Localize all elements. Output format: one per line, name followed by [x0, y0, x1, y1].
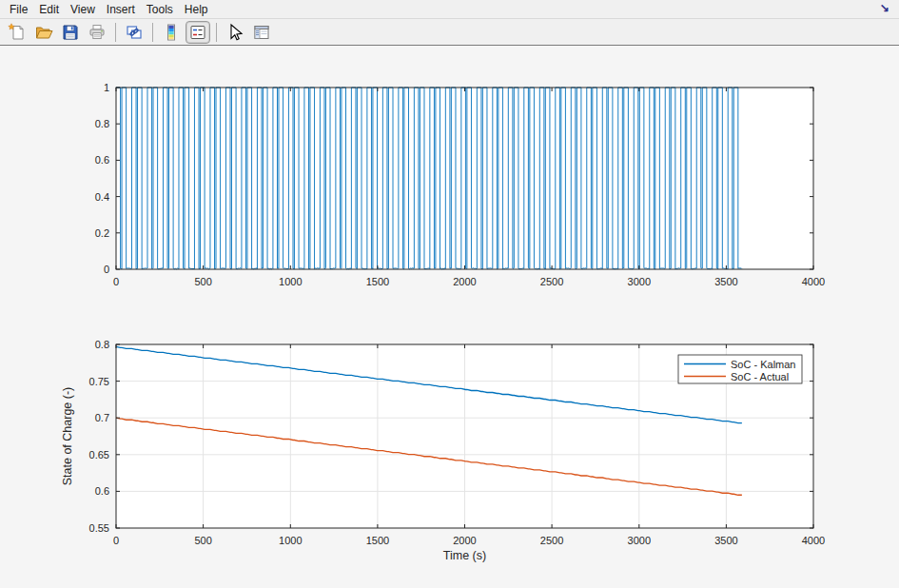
link-plot-button[interactable] [122, 21, 147, 44]
x-tick-label: 4000 [802, 535, 825, 546]
menu-view[interactable]: View [67, 1, 99, 18]
y-tick-label: 0.4 [95, 191, 109, 203]
y-tick-label: 0.6 [95, 485, 109, 497]
toolbar-separator [115, 23, 116, 42]
y-tick-label: 0.55 [89, 522, 109, 534]
x-tick-label: 3000 [628, 276, 651, 287]
x-tick-label: 2000 [453, 535, 476, 546]
figure-toolbar [0, 19, 899, 46]
x-tick-label: 2500 [540, 276, 563, 287]
legend-entry: SoC - Kalman [731, 359, 795, 370]
y-tick-label: 0.65 [89, 449, 109, 461]
pulse-profile-axes: 0500100015002000250030003500400000.20.40… [0, 57, 899, 304]
y-tick-label: 0.2 [95, 227, 109, 239]
x-tick-label: 500 [194, 276, 211, 287]
print-icon [88, 23, 107, 42]
colorbar-icon [162, 23, 181, 42]
dock-figure-arrow-icon[interactable]: ↘ [880, 1, 889, 14]
y-tick-label: 0 [104, 264, 109, 275]
y-tick-label: 0.7 [95, 412, 109, 423]
y-tick-label: 0.75 [89, 376, 109, 387]
property-inspector-button[interactable] [249, 21, 274, 44]
x-tick-label: 500 [194, 535, 211, 546]
y-tick-label: 0.6 [95, 154, 109, 166]
legend-entry: SoC - Actual [731, 371, 789, 382]
x-tick-label: 3500 [714, 276, 737, 287]
menu-edit[interactable]: Edit [35, 1, 63, 18]
figure-canvas: 0500100015002000250030003500400000.20.40… [0, 46, 899, 588]
x-tick-label: 4000 [802, 276, 825, 287]
x-tick-label: 2500 [540, 535, 563, 546]
y-tick-label: 0.8 [95, 118, 109, 129]
x-axis-label: Time (s) [443, 549, 486, 562]
legend-box[interactable]: SoC - KalmanSoC - Actual [678, 355, 802, 383]
x-tick-label: 1000 [279, 535, 302, 546]
x-tick-label: 3000 [628, 535, 651, 546]
print-figure-button[interactable] [85, 21, 109, 44]
x-tick-label: 0 [113, 535, 119, 546]
matlab-figure-window: File Edit View Insert Tools Help ↘ [0, 0, 899, 588]
new-figure-icon [8, 23, 27, 42]
save-figure-button[interactable] [58, 21, 83, 44]
toolbar-separator [152, 23, 153, 42]
edit-plot-button[interactable] [223, 21, 247, 44]
soc-axes: 050010001500200025003000350040000.550.60… [0, 314, 899, 580]
insert-legend-button[interactable] [186, 21, 210, 44]
toolbar-separator [216, 23, 217, 42]
y-axis-label: State of Charge (-) [61, 387, 74, 486]
menu-insert[interactable]: Insert [103, 1, 139, 18]
insert-colorbar-button[interactable] [159, 21, 184, 44]
menu-help[interactable]: Help [181, 1, 212, 18]
x-tick-label: 2000 [453, 276, 476, 287]
x-tick-label: 1500 [366, 535, 389, 546]
x-tick-label: 3500 [714, 535, 737, 546]
edit-plot-cursor-icon [225, 23, 244, 42]
x-tick-label: 1000 [279, 276, 302, 287]
link-plot-icon [125, 23, 144, 42]
menu-tools[interactable]: Tools [143, 1, 177, 18]
x-tick-label: 1500 [366, 276, 389, 287]
y-tick-label: 1 [104, 82, 109, 93]
x-tick-label: 0 [113, 276, 119, 287]
new-figure-button[interactable] [5, 21, 29, 44]
property-inspector-icon [252, 23, 271, 42]
y-tick-label: 0.8 [95, 339, 109, 350]
menu-file[interactable]: File [6, 1, 31, 18]
open-file-icon [34, 23, 53, 42]
save-icon [61, 23, 80, 42]
menu-bar: File Edit View Insert Tools Help ↘ [0, 0, 899, 19]
legend-icon [188, 23, 207, 42]
open-file-button[interactable] [31, 21, 56, 44]
